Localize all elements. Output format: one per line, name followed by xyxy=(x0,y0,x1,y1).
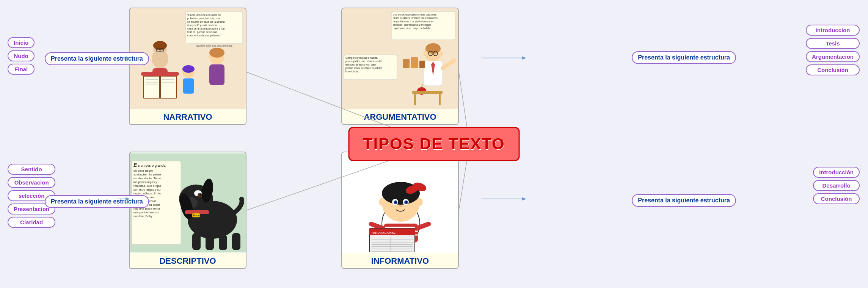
argumentativo-structure-group: Introduccion Tesis Argumentacion Conclus… xyxy=(806,25,860,75)
svg-rect-59 xyxy=(403,59,410,68)
card-narrativo: "Había una vez una mota de polvo tan sol… xyxy=(129,8,246,125)
svg-point-53 xyxy=(452,58,456,62)
svg-point-36 xyxy=(209,48,224,58)
svg-rect-37 xyxy=(209,64,224,85)
svg-rect-45 xyxy=(412,91,443,94)
desc-item-observacion: Observacion xyxy=(8,177,55,188)
argumentativo-presents-label: Presenta la siguiente estructura xyxy=(632,51,736,64)
argumentativo-label: ARGUMENTATIVO xyxy=(342,109,458,124)
arg-item-intro: Introduccion xyxy=(806,25,860,36)
narrativo-structure-group: Inicio Nudo Final xyxy=(8,37,35,75)
svg-point-58 xyxy=(440,51,443,56)
informativo-presents-label: Presenta la siguiente estructura xyxy=(632,194,736,207)
svg-point-31 xyxy=(182,65,195,73)
card-informativo: PARO NACIONAL MAGISTERIO INFORMATIVO xyxy=(341,152,459,269)
argumentativo-image: Uno de los espectáculos más populares en… xyxy=(342,8,458,109)
info-item-intro: Introducción xyxy=(813,167,860,178)
svg-rect-47 xyxy=(439,94,441,105)
svg-point-72 xyxy=(199,194,202,196)
svg-point-99 xyxy=(399,205,402,207)
svg-point-33 xyxy=(190,71,191,72)
svg-rect-77 xyxy=(219,235,227,250)
svg-point-49 xyxy=(425,43,441,54)
info-item-desarrollo: Desarrollo xyxy=(813,180,860,191)
svg-rect-61 xyxy=(419,61,425,68)
card-argumentativo: Uno de los espectáculos más populares en… xyxy=(341,8,459,125)
narrativo-item-final: Final xyxy=(8,64,35,75)
svg-rect-78 xyxy=(232,233,240,250)
svg-text:de color negro
        azabach: de color negro azabache. Su pelaje es ab… xyxy=(133,169,162,218)
main-title: TIPOS DE TEXTO xyxy=(348,127,520,161)
informativo-image: PARO NACIONAL MAGISTERIO xyxy=(342,152,458,253)
descriptivo-label: DESCRIPTIVO xyxy=(130,253,246,268)
svg-rect-60 xyxy=(411,57,418,68)
svg-point-98 xyxy=(406,201,407,203)
info-item-conclusion: Conclusión xyxy=(813,193,860,204)
svg-rect-76 xyxy=(206,235,214,250)
svg-rect-20 xyxy=(166,72,179,76)
narrativo-item-nudo: Nudo xyxy=(8,50,35,61)
informativo-structure-group: Introducción Desarrollo Conclusión xyxy=(813,167,860,204)
svg-point-57 xyxy=(423,51,426,56)
svg-point-32 xyxy=(186,71,187,72)
svg-text:PARO NACIONAL: PARO NACIONAL xyxy=(372,231,396,235)
svg-rect-19 xyxy=(141,72,154,76)
svg-text:Boby: Boby xyxy=(193,214,200,217)
informativo-label: INFORMATIVO xyxy=(342,253,458,268)
arg-item-conclusion: Conclusión xyxy=(806,64,860,75)
svg-point-97 xyxy=(395,201,397,203)
narrativo-label: NARRATIVO xyxy=(130,109,246,124)
svg-point-100 xyxy=(379,198,385,206)
descriptivo-presents-label: Presenta la siguiente estructura xyxy=(45,195,149,208)
desc-item-sentido: Sentido xyxy=(8,164,55,175)
svg-point-14 xyxy=(153,41,167,50)
svg-text:MAGISTERIO: MAGISTERIO xyxy=(374,235,390,238)
narrativo-presents-label: Presenta la siguiente estructura xyxy=(45,52,149,65)
svg-text:Apuleyo Soto: Los tres hermano: Apuleyo Soto: Los tres hermanos xyxy=(196,44,233,47)
svg-rect-46 xyxy=(414,94,416,105)
arg-item-arg: Argumentacion xyxy=(806,51,860,62)
card-descriptivo: E s un perro grande, de color negro azab… xyxy=(129,152,246,269)
svg-rect-75 xyxy=(192,233,201,250)
svg-point-101 xyxy=(417,198,423,206)
narrativo-item-inicio: Inicio xyxy=(8,37,35,48)
arg-item-tesis: Tesis xyxy=(806,38,860,49)
svg-point-92 xyxy=(414,186,418,190)
desc-item-claridad: Claridad xyxy=(8,217,55,228)
svg-rect-34 xyxy=(183,78,194,94)
